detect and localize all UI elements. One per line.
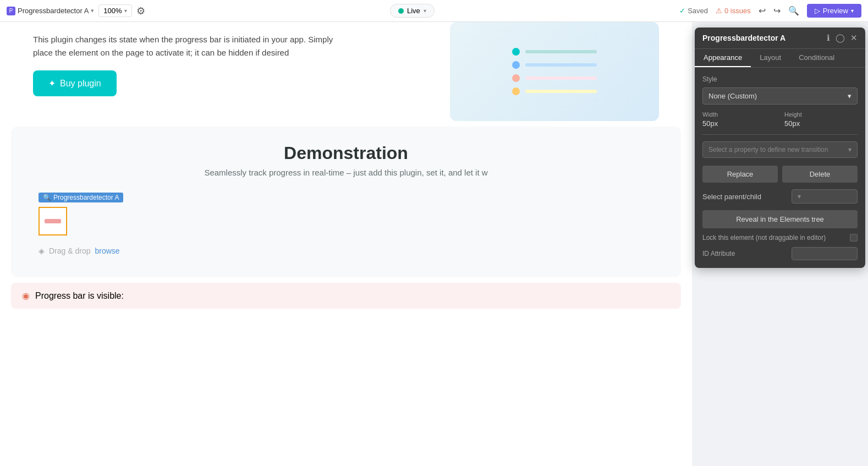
info-icon[interactable]: ℹ	[827, 33, 830, 43]
element-area: 🔍 Progressbardetector A ◈ Drag & drop br…	[28, 190, 664, 261]
buy-icon: ✦	[48, 78, 56, 89]
app-icon: P	[7, 7, 15, 15]
tab-conditional[interactable]: Conditional	[790, 49, 843, 67]
settings-icon[interactable]: ⚙	[136, 5, 145, 17]
tab-layout[interactable]: Layout	[751, 49, 790, 67]
drag-drop-text: Drag & drop	[49, 246, 90, 255]
buy-plugin-button[interactable]: ✦ Buy plugin	[33, 70, 117, 96]
page-area: This plugin changes its state when the p…	[0, 22, 692, 466]
saved-status: ✓ Saved	[679, 7, 708, 15]
topbar-left: P Progressbardetector A ▾ 100% ▾ ⚙	[7, 4, 145, 17]
hero-text: This plugin changes its state when the p…	[33, 22, 341, 96]
slider-track	[525, 90, 597, 93]
width-label: Width	[702, 111, 776, 118]
demo-section: Demonstration Seamlessly track progress …	[11, 127, 681, 277]
parent-child-row: Select parent/child ▾	[702, 189, 858, 204]
lock-row: Lock this element (not draggable in edit…	[702, 234, 858, 242]
element-box	[39, 207, 67, 235]
element-search-icon: 🔍	[43, 194, 51, 201]
element-label: 🔍 Progressbardetector A	[39, 193, 123, 202]
id-row: ID Attribute	[702, 247, 858, 260]
preview-chevron: ▾	[851, 8, 854, 14]
zoom-dropdown[interactable]: 100% ▾	[98, 4, 131, 17]
slider-track	[525, 50, 597, 53]
app-name-label: Progressbardetector A	[18, 7, 89, 15]
slider-item-3	[512, 74, 597, 82]
progress-section: ◉ Progress bar is visible:	[11, 283, 681, 309]
drag-drop-area: ◈ Drag & drop browse	[39, 246, 653, 255]
properties-panel: Progressbardetector A ℹ ◯ ✕ Appearance L…	[695, 28, 865, 268]
zoom-chevron: ▾	[124, 8, 127, 14]
live-chevron: ▾	[424, 8, 426, 14]
width-value: 50px	[702, 119, 776, 128]
width-field: Width 50px	[702, 111, 776, 128]
slider-decoration	[501, 37, 608, 106]
topbar-right: ✓ Saved ⚠ 0 issues ↩ ↪ 🔍 ▷ Preview ▾	[679, 4, 861, 18]
live-dot	[398, 8, 404, 14]
slider-knob	[512, 87, 520, 95]
topbar: P Progressbardetector A ▾ 100% ▾ ⚙ Live …	[0, 0, 868, 22]
demo-subtitle: Seamlessly track progress in real-time –…	[28, 168, 664, 177]
element-inner-bar	[45, 219, 61, 223]
transition-placeholder: Select a property to define new transiti…	[708, 146, 828, 153]
issues-status: ⚠ 0 issues	[716, 7, 751, 15]
app-name-chevron: ▾	[91, 7, 94, 14]
saved-label-text: Saved	[688, 7, 708, 15]
topbar-center: Live ▾	[390, 4, 435, 18]
close-icon[interactable]: ✕	[850, 33, 858, 43]
transition-dropdown[interactable]: Select a property to define new transiti…	[702, 141, 858, 158]
style-dropdown[interactable]: None (Custom) ▾	[702, 87, 858, 105]
hero-image	[450, 22, 659, 121]
style-label: Style	[702, 75, 858, 83]
slider-item-1	[512, 48, 597, 56]
lock-label: Lock this element (not draggable in edit…	[702, 234, 826, 242]
browse-link[interactable]: browse	[95, 246, 119, 255]
height-value: 50px	[784, 119, 858, 128]
replace-delete-row: Replace Delete	[702, 166, 858, 183]
lock-checkbox[interactable]	[850, 234, 858, 242]
style-chevron: ▾	[848, 92, 851, 100]
zoom-value: 100%	[103, 7, 122, 15]
slider-item-2	[512, 61, 597, 69]
parent-child-chevron: ▾	[798, 193, 801, 200]
preview-button[interactable]: ▷ Preview ▾	[807, 4, 861, 18]
progress-text: Progress bar is visible:	[35, 291, 124, 301]
slider-knob	[512, 74, 520, 82]
tab-appearance[interactable]: Appearance	[695, 49, 751, 67]
dimensions-row: Width 50px Height 50px	[702, 111, 858, 128]
height-field: Height 50px	[784, 111, 858, 128]
hero-section: This plugin changes its state when the p…	[0, 22, 692, 121]
hero-description: This plugin changes its state when the p…	[33, 33, 341, 59]
reveal-elements-button[interactable]: Reveal in the Elements tree	[702, 210, 858, 228]
search-icon[interactable]: 🔍	[788, 6, 799, 16]
slider-item-4	[512, 87, 597, 95]
parent-child-dropdown[interactable]: ▾	[792, 189, 858, 204]
id-attribute-input[interactable]	[792, 247, 858, 260]
slider-knob	[512, 61, 520, 69]
element-selected[interactable]: 🔍 Progressbardetector A	[39, 207, 67, 235]
delete-button[interactable]: Delete	[782, 166, 858, 183]
divider-1	[702, 134, 858, 135]
id-attribute-label: ID Attribute	[702, 250, 735, 257]
panel-icons: ℹ ◯ ✕	[827, 33, 858, 43]
slider-track	[525, 63, 597, 67]
live-label: Live	[407, 7, 420, 15]
chat-icon[interactable]: ◯	[836, 33, 845, 43]
panel-tabs: Appearance Layout Conditional	[695, 49, 865, 68]
element-label-text: Progressbardetector A	[53, 194, 119, 201]
transition-chevron: ▾	[848, 146, 851, 153]
redo-icon[interactable]: ↪	[773, 6, 781, 16]
replace-button[interactable]: Replace	[702, 166, 778, 183]
parent-child-label: Select parent/child	[702, 193, 761, 201]
buy-label: Buy plugin	[60, 79, 101, 89]
app-name-display: P Progressbardetector A ▾	[7, 7, 94, 15]
preview-label: Preview	[823, 7, 848, 15]
progress-icon: ◉	[22, 290, 30, 301]
height-label: Height	[784, 111, 858, 118]
main-content: This plugin changes its state when the p…	[0, 22, 868, 466]
live-badge[interactable]: Live ▾	[390, 4, 435, 18]
panel-body: Style None (Custom) ▾ Width 50px Height …	[695, 68, 865, 268]
issues-label-text: 0 issues	[724, 7, 751, 15]
slider-track	[525, 76, 597, 80]
undo-icon[interactable]: ↩	[759, 6, 766, 16]
